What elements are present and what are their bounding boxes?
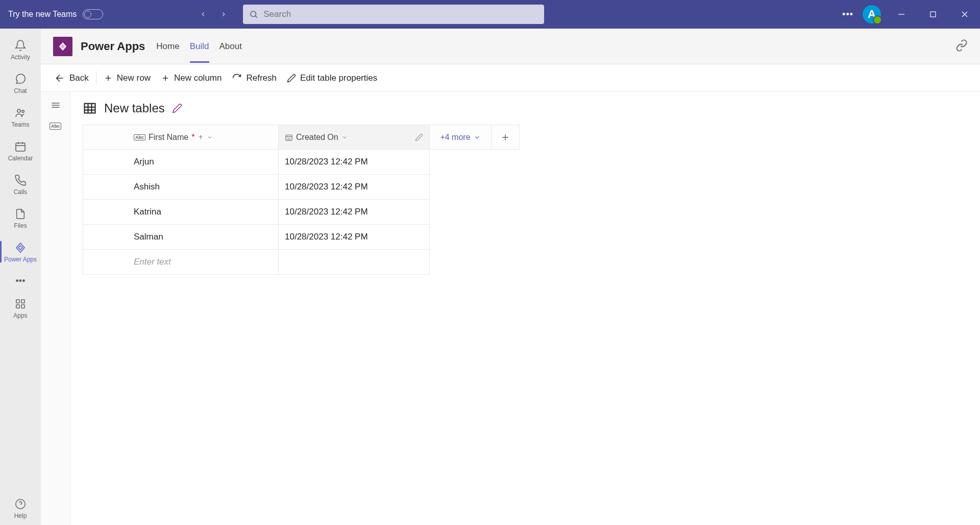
search-input[interactable] [263,9,538,19]
try-teams-label: Try the new Teams [8,10,77,19]
more-options-button[interactable]: ••• [842,9,853,20]
svg-point-0 [251,11,256,17]
try-teams-toggle[interactable] [83,9,103,19]
nav-back-button[interactable] [195,6,211,22]
minimize-button[interactable] [890,3,913,26]
title-bar: Try the new Teams ••• A [0,0,980,29]
maximize-button[interactable] [922,3,944,26]
svg-rect-3 [930,12,936,17]
svg-line-1 [256,16,257,17]
search-icon [249,10,258,19]
avatar-letter: A [868,8,876,21]
avatar[interactable]: A [863,5,881,23]
close-button[interactable] [953,3,976,26]
nav-forward-button[interactable] [215,6,232,22]
search-box[interactable] [243,5,544,24]
